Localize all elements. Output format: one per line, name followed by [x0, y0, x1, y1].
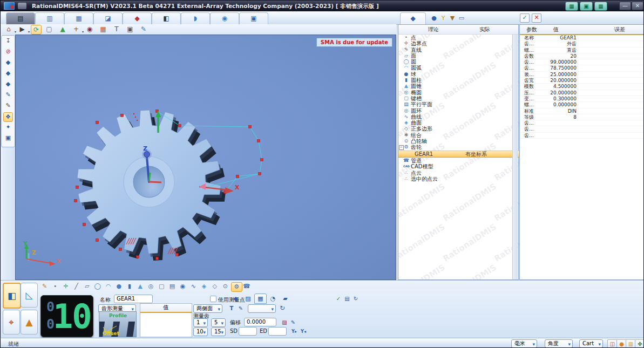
extra-select[interactable]: [248, 304, 276, 313]
tree-item[interactable]: ◎圆环: [398, 108, 512, 114]
tooth-to-select[interactable]: 5: [211, 318, 226, 327]
3d-viewport[interactable]: SMA is due for update Z X Y Z X: [15, 35, 396, 280]
tree-item[interactable]: ▲圆锥: [398, 83, 512, 89]
tree-item[interactable]: CADCAD模型: [398, 163, 512, 169]
pipe-icon[interactable]: ☎: [241, 282, 252, 291]
tree-item[interactable]: ⊙凸轮轴: [398, 138, 512, 144]
text-label-icon[interactable]: T: [112, 25, 121, 33]
tree-item[interactable]: ✎直线: [398, 47, 512, 53]
param-row[interactable]: 齿...78.750000: [520, 65, 643, 71]
zoom-window-icon[interactable]: ▢: [44, 25, 54, 33]
tree-item[interactable]: ▮圆柱: [398, 77, 512, 83]
confirm-icon[interactable]: ✓: [334, 295, 343, 303]
tree-item-gear1[interactable]: GEAR1有坐标系: [398, 151, 519, 158]
param-row[interactable]: 等级8: [520, 114, 643, 120]
param-row[interactable]: 齿...99.000000: [520, 59, 643, 65]
gear-table-tab[interactable]: ▦: [254, 294, 267, 304]
tab-table[interactable]: ▦: [64, 12, 93, 24]
probe-write-icon[interactable]: ✎: [4, 101, 12, 110]
tree-item[interactable]: ●球: [398, 71, 512, 77]
ed-input[interactable]: [268, 327, 287, 336]
target-icon[interactable]: ▨: [280, 318, 289, 326]
view-eye-icon[interactable]: ◉: [85, 25, 94, 33]
tooth-to2-select[interactable]: 15: [211, 327, 226, 336]
tree-item[interactable]: ☎管道: [398, 158, 512, 163]
gear-graph-tab[interactable]: ▨: [242, 294, 254, 304]
gear-report-tab[interactable]: ▰: [279, 294, 292, 304]
close-button[interactable]: ✕: [632, 2, 643, 10]
pin-icon[interactable]: ↧: [4, 37, 12, 45]
offset-input[interactable]: 0.0000: [244, 318, 276, 326]
tree-item[interactable]: ∿曲线: [398, 114, 512, 120]
machine-button[interactable]: ▲: [21, 310, 38, 335]
caliper-button[interactable]: ◺: [21, 283, 38, 308]
arc-icon[interactable]: ◠: [103, 282, 113, 291]
cone-icon[interactable]: ▲: [135, 282, 145, 291]
boundary-point-icon[interactable]: ✛: [60, 282, 71, 291]
param-row[interactable]: 齿...外齿: [520, 41, 643, 47]
param-row[interactable]: 螺...直齿: [520, 47, 643, 53]
probe-scan-icon[interactable]: ❖: [3, 112, 13, 122]
use-points-checkbox[interactable]: [210, 296, 216, 302]
tree-item[interactable]: ▢键槽: [398, 95, 512, 101]
tree-item[interactable]: •点: [398, 35, 512, 40]
circle-icon[interactable]: ◯: [93, 282, 103, 291]
tooth-from-select[interactable]: 1: [193, 318, 208, 327]
tree-item[interactable]: ✱组合: [398, 132, 512, 138]
panel-icon[interactable]: ▤: [343, 295, 351, 303]
machine-status-icon[interactable]: ✤: [635, 339, 644, 348]
home-icon[interactable]: ⌂▾: [4, 25, 13, 33]
cylinder-icon[interactable]: ▮: [125, 282, 135, 291]
monitor-icon[interactable]: ▭: [457, 14, 466, 22]
tab-eye[interactable]: ◉: [210, 12, 239, 24]
probe-button[interactable]: ⌖: [3, 310, 20, 335]
gear-icon[interactable]: ⚙: [231, 282, 242, 292]
units-select[interactable]: 毫米: [511, 339, 537, 348]
system-menu-icon[interactable]: [18, 3, 26, 9]
tree-item[interactable]: ◈曲面: [398, 120, 512, 126]
torus-icon[interactable]: ◎: [146, 282, 156, 291]
probe-position-icon[interactable]: ▲: [58, 25, 67, 33]
tree-item[interactable]: ◯圆: [398, 59, 512, 65]
param-row[interactable]: 齿...: [520, 133, 643, 139]
palette-icon[interactable]: ▦: [98, 25, 108, 33]
cancel-x-icon[interactable]: ✕: [532, 13, 541, 23]
select-cursor-icon[interactable]: ▶▾: [17, 25, 27, 33]
tab-color[interactable]: ◆: [123, 12, 152, 24]
gear-solid-tab[interactable]: ◆: [229, 294, 242, 304]
coord-select[interactable]: Cart: [579, 339, 603, 348]
probe-box-icon[interactable]: ▣: [4, 134, 12, 142]
sd-input[interactable]: [239, 327, 257, 336]
repeat-icon[interactable]: ↻: [351, 295, 360, 303]
capture-icon[interactable]: ▣: [125, 25, 135, 33]
parallel-planes-icon[interactable]: ▤: [167, 282, 177, 291]
tree-item[interactable]: ◠圆弧: [398, 65, 512, 71]
tab-document[interactable]: ▥: [35, 12, 64, 24]
tab-features[interactable]: ◆: [400, 12, 426, 24]
cycle-icon[interactable]: ↻: [278, 304, 287, 312]
tree-item[interactable]: ∴点云: [398, 170, 512, 176]
param-row[interactable]: 螺...0.000000: [520, 102, 643, 108]
edit-note-icon[interactable]: ✎: [289, 318, 297, 326]
plane-icon[interactable]: ▱: [82, 282, 92, 291]
cam-icon[interactable]: ⊙: [220, 282, 231, 291]
tree-item[interactable]: ✛边界点: [398, 40, 512, 46]
polygon-icon[interactable]: ◇: [209, 282, 220, 291]
refresh-icon[interactable]: ⟳: [31, 25, 42, 35]
measure-edit-icon[interactable]: ✎: [39, 282, 50, 291]
slot-icon[interactable]: ▢: [157, 282, 167, 291]
probe-path-icon[interactable]: ◆: [4, 80, 12, 88]
gear-3d-model[interactable]: [16, 35, 396, 280]
tree-item[interactable]: ◎椭圆: [398, 90, 512, 95]
tab-tool[interactable]: ◧: [152, 12, 181, 24]
surface-icon[interactable]: ◈: [199, 282, 209, 291]
param-row[interactable]: 齿数20: [520, 53, 643, 59]
flank-right-icon[interactable]: Y▸: [290, 327, 299, 336]
param-row[interactable]: 装...25.000000: [520, 72, 643, 78]
param-row[interactable]: 模数4.500000: [520, 84, 643, 90]
tree-item[interactable]: ∴选中的点云: [398, 176, 512, 182]
param-row[interactable]: 压...20.000000: [520, 90, 643, 96]
probe-t-icon[interactable]: T: [227, 304, 236, 312]
line-icon[interactable]: ╱: [71, 282, 82, 291]
filter-icon[interactable]: Y: [439, 14, 448, 22]
